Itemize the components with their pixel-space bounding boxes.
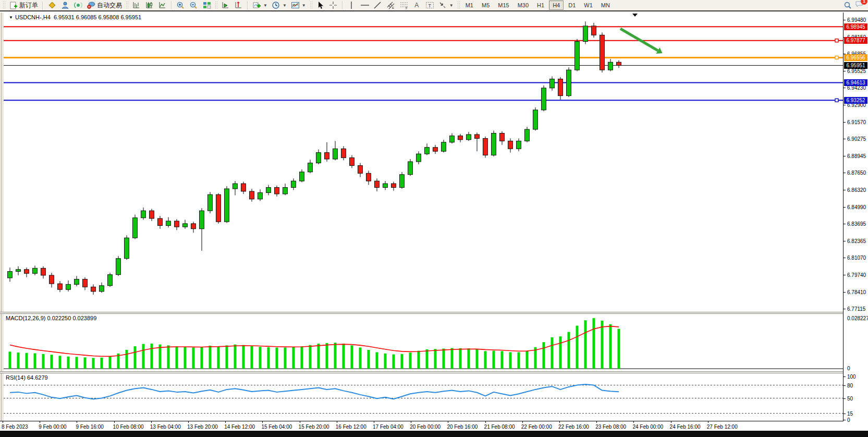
channel-tool[interactable]: E <box>384 1 397 10</box>
toolbar-grip[interactable] <box>457 1 460 9</box>
search-icon[interactable] <box>843 1 852 9</box>
text-label-tool[interactable]: T <box>423 1 436 10</box>
ohlc-open: 6.95931 <box>54 14 75 20</box>
candle-up <box>75 279 79 284</box>
community-button[interactable] <box>58 1 71 10</box>
fibonacci-tool[interactable]: F <box>397 1 410 10</box>
macd-histogram-bar <box>159 345 162 369</box>
chevron-down-icon: ▼ <box>9 15 13 20</box>
timeframe-m15[interactable]: M15 <box>494 1 512 10</box>
candle-down <box>216 195 221 222</box>
dropdown-caret: ▼ <box>283 3 287 8</box>
candle-down <box>325 153 329 159</box>
time-tick <box>522 421 523 423</box>
trendline-tool[interactable] <box>371 1 384 10</box>
line-handle <box>835 99 838 102</box>
macd-histogram-bar <box>409 353 412 369</box>
toolbar-grip[interactable] <box>215 1 217 9</box>
time-axis[interactable]: 8 Feb 20239 Feb 00:009 Feb 16:0010 Feb 0… <box>0 421 843 431</box>
vertical-line-icon <box>347 1 356 9</box>
candlestick-chart-canvas[interactable] <box>4 13 843 312</box>
market-depth-button[interactable] <box>45 1 58 10</box>
zoom-out-button[interactable] <box>187 1 200 10</box>
macd-histogram-bar <box>9 351 11 369</box>
macd-histogram-bar <box>543 342 545 369</box>
macd-histogram-bar <box>259 347 262 369</box>
candle-up <box>533 110 538 129</box>
text-tool[interactable]: A <box>410 1 423 10</box>
macd-histogram-bar <box>476 349 479 369</box>
trendline-icon <box>373 1 382 9</box>
price-line-badge: 6.96556 <box>844 54 867 61</box>
candle-up <box>517 141 521 149</box>
arrows-tool[interactable]: ▼ <box>436 1 456 10</box>
toolbar-grip[interactable] <box>3 1 5 9</box>
bar-chart-mode-button[interactable] <box>130 1 143 10</box>
rsi-label: RSI(14) 64.6279 <box>6 374 48 381</box>
template-button[interactable]: ▼ <box>289 1 308 10</box>
auto-scroll-button[interactable] <box>219 1 232 10</box>
candle-down <box>58 284 63 289</box>
macd-histogram-bar <box>109 357 112 369</box>
time-label: 10 Feb 08:00 <box>113 424 144 430</box>
chart-shift-button[interactable] <box>232 1 245 10</box>
macd-histogram-bar <box>376 352 378 369</box>
auto-trading-button[interactable]: 自动交易 <box>84 1 124 10</box>
time-label: 15 Feb 04:00 <box>261 424 292 430</box>
price-line-badge: 6.94613 <box>844 79 867 86</box>
candle-down <box>25 270 29 273</box>
time-label: 9 Feb 00:00 <box>39 424 66 430</box>
timeframe-h1[interactable]: H1 <box>533 1 548 10</box>
price-tick <box>843 309 846 309</box>
timeframe-w1[interactable]: W1 <box>580 1 596 10</box>
candle-down <box>191 224 196 229</box>
timeframe-d1[interactable]: D1 <box>565 1 579 10</box>
toolbar-grip[interactable] <box>126 1 128 9</box>
cursor-tool-button[interactable] <box>314 1 327 10</box>
timeframe-h4[interactable]: H4 <box>549 1 564 10</box>
macd-histogram-bar <box>359 347 362 369</box>
timeframe-m5[interactable]: M5 <box>478 1 493 10</box>
price-line-badge: 6.98945 <box>844 23 867 30</box>
timeframe-m1[interactable]: M1 <box>462 1 477 10</box>
macd-histogram-bar <box>443 349 445 369</box>
period-button[interactable]: ▼ <box>270 1 289 10</box>
timeframe-m30[interactable]: M30 <box>514 1 532 10</box>
toolbar-grip[interactable] <box>310 1 312 9</box>
clock-icon <box>272 1 280 9</box>
horizontal-line-tool[interactable] <box>358 1 371 10</box>
vertical-line-tool[interactable] <box>345 1 358 10</box>
macd-histogram-bar <box>192 347 195 369</box>
price-chart-pane[interactable]: ▼USDCNH-,H4 6.95931 6.96085 6.95808 6.95… <box>4 13 843 312</box>
macd-histogram-bar <box>151 344 153 369</box>
rsi-indicator-pane[interactable]: RSI(14) 64.6279 <box>4 373 843 421</box>
line-chart-mode-button[interactable] <box>156 1 169 10</box>
macd-histogram-bar <box>84 357 87 369</box>
notifications-button[interactable]: 1 <box>855 0 864 10</box>
macd-chart-canvas[interactable] <box>4 314 843 371</box>
signals-button[interactable] <box>71 1 84 10</box>
rsi-chart-canvas[interactable] <box>4 373 843 421</box>
timeframe-mn[interactable]: MN <box>597 1 614 10</box>
macd-indicator-pane[interactable]: MACD(12,26,9) 0.022250 0.023899 <box>4 314 843 371</box>
crosshair-tool-button[interactable] <box>327 1 340 10</box>
macd-histogram-bar <box>101 358 103 369</box>
candle-down <box>83 279 88 287</box>
add-indicator-button[interactable]: ▼ <box>250 1 270 10</box>
new-order-button[interactable]: 新订单 <box>7 1 40 10</box>
zoom-in-button[interactable] <box>174 1 187 10</box>
auto-trading-label: 自动交易 <box>97 1 122 10</box>
macd-histogram-bar <box>618 329 620 369</box>
macd-histogram-bar <box>501 351 504 369</box>
price-tick <box>843 20 846 20</box>
equidistant-channel-icon: E <box>386 1 395 9</box>
candle-up <box>141 211 146 218</box>
candle-up <box>583 26 588 42</box>
candle-up <box>575 42 580 70</box>
person-icon <box>60 1 69 9</box>
price-axis[interactable]: 6.994806.981506.968556.955256.942306.929… <box>843 13 868 421</box>
tile-windows-button[interactable] <box>200 1 213 10</box>
candlestick-mode-button[interactable] <box>143 1 156 10</box>
price-tick <box>843 190 846 190</box>
macd-histogram-bar <box>509 352 512 369</box>
